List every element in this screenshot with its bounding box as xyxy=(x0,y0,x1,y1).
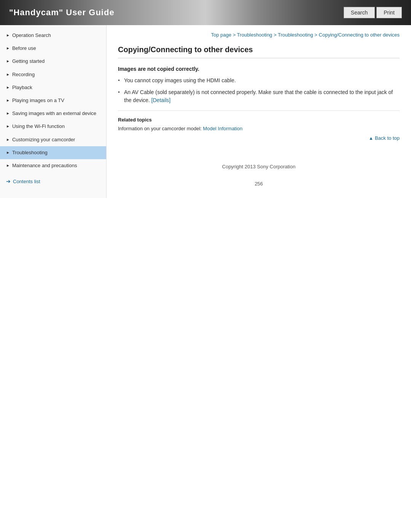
arrow-icon: ► xyxy=(6,85,10,90)
arrow-icon: ► xyxy=(6,46,10,51)
related-topics-text: Information on your camcorder model: Mod… xyxy=(118,126,400,131)
site-title: "Handycam" User Guide xyxy=(9,8,115,18)
content-area: Top page > Troubleshooting > Troubleshoo… xyxy=(107,25,411,198)
sidebar-item-operation-search[interactable]: ► Operation Search xyxy=(0,29,106,42)
details-link[interactable]: [Details] xyxy=(151,97,171,103)
sidebar: ► Operation Search ► Before use ► Gettin… xyxy=(0,25,107,198)
footer: Copyright 2013 Sony Corporation xyxy=(118,164,400,177)
sidebar-item-label: Playback xyxy=(12,84,102,91)
arrow-icon: ► xyxy=(6,72,10,77)
breadcrumb-separator: > xyxy=(274,32,278,38)
sidebar-item-label: Recording xyxy=(12,71,102,78)
sidebar-item-label: Troubleshooting xyxy=(12,149,102,156)
sidebar-item-getting-started[interactable]: ► Getting started xyxy=(0,55,106,68)
related-text-label: Information on your camcorder model: xyxy=(118,126,202,131)
bullet-text-1: You cannot copy images using the HDMI ca… xyxy=(124,77,236,83)
copyright-text: Copyright 2013 Sony Corporation xyxy=(222,164,296,169)
bullet-list: You cannot copy images using the HDMI ca… xyxy=(118,77,400,104)
sidebar-item-maintenance[interactable]: ► Maintenance and precautions xyxy=(0,159,106,172)
sidebar-item-label: Operation Search xyxy=(12,32,102,39)
sidebar-item-label: Customizing your camcorder xyxy=(12,136,102,143)
sidebar-item-label: Saving images with an external device xyxy=(12,110,102,117)
main-container: ► Operation Search ► Before use ► Gettin… xyxy=(0,25,411,198)
search-button[interactable]: Search xyxy=(344,7,375,18)
breadcrumb-troubleshooting2[interactable]: Troubleshooting xyxy=(278,32,313,38)
sidebar-item-label: Before use xyxy=(12,45,102,52)
sidebar-item-recording[interactable]: ► Recording xyxy=(0,68,106,81)
list-item: You cannot copy images using the HDMI ca… xyxy=(118,77,400,85)
sidebar-item-saving-images[interactable]: ► Saving images with an external device xyxy=(0,107,106,120)
arrow-icon: ► xyxy=(6,111,10,116)
page-number: 256 xyxy=(118,181,400,187)
contents-list-link[interactable]: ➔ Contents list xyxy=(0,174,106,189)
model-information-link[interactable]: Model Information xyxy=(203,126,242,131)
back-to-top[interactable]: ▲ Back to top xyxy=(118,135,400,141)
breadcrumb-troubleshooting1[interactable]: Troubleshooting xyxy=(237,32,272,38)
list-item: An AV Cable (sold separately) is not con… xyxy=(118,88,400,104)
breadcrumb-top-page[interactable]: Top page xyxy=(211,32,232,38)
arrow-icon: ► xyxy=(6,59,10,64)
breadcrumb-separator: > xyxy=(314,32,319,38)
header: "Handycam" User Guide Search Print xyxy=(0,0,411,25)
header-buttons: Search Print xyxy=(344,7,402,18)
back-to-top-link[interactable]: Back to top xyxy=(375,135,400,141)
arrow-icon: ► xyxy=(6,163,10,168)
breadcrumb: Top page > Troubleshooting > Troubleshoo… xyxy=(118,29,400,38)
sidebar-item-customizing[interactable]: ► Customizing your camcorder xyxy=(0,133,106,146)
sidebar-item-playback[interactable]: ► Playback xyxy=(0,81,106,94)
sidebar-item-label: Playing images on a TV xyxy=(12,97,102,104)
arrow-icon: ► xyxy=(6,98,10,103)
breadcrumb-separator: > xyxy=(233,32,237,38)
sidebar-item-before-use[interactable]: ► Before use xyxy=(0,42,106,55)
images-not-copied-section: Images are not copied correctly. You can… xyxy=(118,66,400,104)
arrow-icon: ► xyxy=(6,33,10,38)
breadcrumb-current[interactable]: Copying/Connecting to other devices xyxy=(319,32,400,38)
sidebar-item-wifi[interactable]: ► Using the Wi-Fi function xyxy=(0,120,106,133)
section1-heading: Images are not copied correctly. xyxy=(118,66,400,72)
page-title: Copying/Connecting to other devices xyxy=(118,45,400,58)
sidebar-item-label: Using the Wi-Fi function xyxy=(12,123,102,130)
sidebar-item-troubleshooting[interactable]: ► Troubleshooting xyxy=(0,146,106,159)
sidebar-item-label: Getting started xyxy=(12,58,102,65)
sidebar-item-playing-images-tv[interactable]: ► Playing images on a TV xyxy=(0,94,106,107)
related-topics-section: Related topics Information on your camco… xyxy=(118,117,400,131)
arrow-icon: ► xyxy=(6,137,10,142)
arrow-right-icon: ➔ xyxy=(6,178,11,184)
triangle-up-icon: ▲ xyxy=(369,136,373,141)
arrow-icon: ► xyxy=(6,124,10,129)
section-divider xyxy=(118,110,400,111)
arrow-icon: ► xyxy=(6,150,10,155)
sidebar-item-label: Maintenance and precautions xyxy=(12,162,102,169)
contents-list-label: Contents list xyxy=(13,179,40,184)
related-topics-heading: Related topics xyxy=(118,117,400,123)
print-button[interactable]: Print xyxy=(376,7,402,18)
